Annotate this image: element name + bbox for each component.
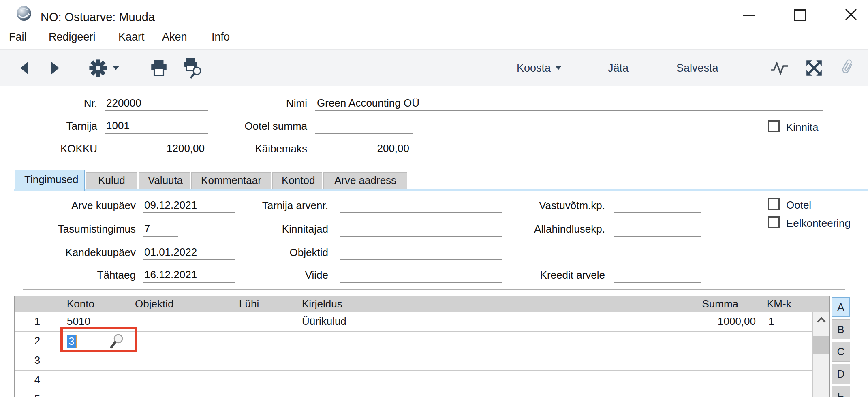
kreedit-arvele-field[interactable] [614, 267, 701, 283]
maximize-button[interactable] [794, 9, 806, 21]
tab-kommentaar[interactable]: Kommentaar [191, 172, 271, 189]
minimize-button[interactable] [743, 15, 755, 16]
title-bar: NO: Ostuarve: Muuda [0, 0, 868, 24]
kandekuupaev-field[interactable]: 01.01.2022 [143, 245, 235, 260]
previous-record-button[interactable] [19, 61, 29, 75]
grid-side-tab-e[interactable]: E [832, 386, 850, 397]
allahindlusekp-field[interactable] [614, 221, 701, 237]
table-row[interactable]: 4 [15, 371, 829, 390]
row-number: 5 [15, 390, 60, 397]
nr-field[interactable]: 220000 [105, 96, 208, 111]
section-separator [23, 289, 845, 290]
koosta-dropdown-button[interactable]: Koosta [517, 62, 562, 75]
kinnita-checkbox[interactable] [768, 120, 780, 132]
menu-info[interactable]: Info [212, 31, 230, 43]
window-title: NO: Ostuarve: Muuda [41, 11, 155, 24]
col-summa-header[interactable]: Summa [680, 296, 763, 312]
grid-header-row: Konto Objektid Lühi Kirjeldus Summa KM-k [15, 296, 829, 312]
menu-bar: Fail Redigeeri Kaart Aken Info [0, 24, 868, 49]
ootel-summa-field[interactable] [315, 118, 413, 134]
col-kirjeldus-header[interactable]: Kirjeldus [296, 296, 680, 312]
scroll-up-icon[interactable] [817, 316, 826, 325]
activity-pulse-button[interactable] [770, 61, 789, 75]
print-button[interactable] [149, 58, 169, 78]
kandekuupaev-label: Kandekuupäev [14, 246, 136, 259]
nimi-field[interactable]: Green Accounting OÜ [315, 96, 823, 111]
grid-side-tab-a[interactable]: A [832, 297, 850, 317]
nr-label: Nr. [24, 97, 97, 110]
table-row[interactable]: 3 [15, 351, 829, 371]
arve-kuupaev-label: Arve kuupäev [14, 199, 136, 212]
arve-kuupaev-field[interactable]: 09.12.2021 [143, 198, 235, 213]
row-number: 1 [15, 312, 60, 331]
eelkonteering-checkbox[interactable] [768, 216, 780, 228]
editing-cell-focus-box [60, 327, 137, 352]
kaibemaks-label: Käibemaks [211, 143, 307, 155]
scrollbar-thumb[interactable] [813, 336, 830, 354]
tab-kontod[interactable]: Kontod [272, 172, 322, 189]
menu-aken[interactable]: Aken [162, 31, 187, 43]
kokku-field[interactable]: 1200,00 [105, 141, 208, 156]
vastuvotm-kp-field[interactable] [614, 198, 701, 213]
kinnitajad-label: Kinnitajad [228, 223, 328, 235]
next-record-button[interactable] [50, 61, 61, 75]
tarnija-field[interactable]: 1001 [105, 118, 208, 134]
tahtaeg-field[interactable]: 16.12.2021 [143, 267, 235, 283]
col-objektid-header[interactable]: Objektid [130, 296, 231, 312]
gear-dropdown-caret-icon [112, 65, 120, 71]
menu-redigeeri[interactable]: Redigeeri [49, 31, 96, 43]
ootel-label: Ootel [786, 199, 811, 211]
tahtaeg-label: Tähtaeg [14, 269, 136, 282]
koosta-label: Koosta [517, 62, 551, 75]
tab-strip-baseline [14, 189, 868, 191]
settings-gear-button[interactable] [88, 58, 120, 78]
close-button[interactable] [844, 8, 858, 21]
grid-side-tab-d[interactable]: D [832, 364, 850, 384]
row-number: 3 [15, 351, 60, 370]
koosta-caret-icon [555, 66, 562, 71]
vastuvotm-kp-label: Vastuvõtm.kp. [505, 199, 605, 212]
grid-side-tab-c[interactable]: C [832, 342, 850, 362]
app-logo-icon [15, 5, 32, 22]
nimi-label: Nimi [227, 97, 307, 110]
tarnija-arvenr-label: Tarnija arvenr. [228, 199, 328, 212]
kinnita-label: Kinnita [786, 121, 819, 134]
tab-kulud[interactable]: Kulud [86, 172, 137, 189]
rownum-header [15, 296, 60, 312]
row-number: 4 [15, 371, 60, 390]
tab-tingimused[interactable]: Tingimused [15, 170, 85, 191]
jata-button[interactable]: Jäta [608, 62, 629, 75]
tasumistingimus-field[interactable]: 7 [143, 221, 178, 237]
grid-vertical-scrollbar[interactable] [813, 312, 830, 397]
print-preview-button[interactable] [182, 58, 203, 79]
tasumistingimus-label: Tasumistingimus [14, 223, 136, 235]
tab-valuuta[interactable]: Valuuta [139, 172, 190, 189]
ootel-summa-label: Ootel summa [211, 120, 307, 132]
expand-window-button[interactable] [805, 59, 823, 77]
col-konto-header[interactable]: Konto [60, 296, 130, 312]
attachments-paperclip-button[interactable] [840, 58, 853, 78]
ootel-checkbox[interactable] [768, 198, 780, 210]
kinnitajad-field[interactable] [340, 221, 502, 237]
app-window: NO: Ostuarve: Muuda Fail Redigeeri Kaart… [0, 0, 868, 397]
allahindlusekp-label: Allahindlusekp. [505, 223, 605, 235]
col-kmk-header[interactable]: KM-k [763, 296, 813, 312]
tab-arve-aadress[interactable]: Arve aadress [323, 172, 407, 189]
col-luhi-header[interactable]: Lühi [231, 296, 296, 312]
kreedit-arvele-label: Kreedit arvele [505, 269, 605, 282]
kokku-label: KOKKU [24, 143, 97, 155]
viide-field[interactable] [340, 267, 502, 283]
table-row[interactable]: 5 [15, 390, 829, 397]
objektid-label: Objektid [228, 246, 328, 259]
objektid-field[interactable] [340, 245, 502, 260]
menu-fail[interactable]: Fail [9, 31, 27, 43]
tarnija-arvenr-field[interactable] [340, 198, 502, 213]
grid-side-tab-b[interactable]: B [832, 319, 850, 339]
viide-label: Viide [228, 269, 328, 282]
toolbar: Koosta Jäta Salvesta [0, 49, 868, 86]
eelkonteering-label: Eelkonteering [786, 217, 851, 230]
kaibemaks-field[interactable]: 200,00 [315, 141, 413, 156]
row-number: 2 [15, 332, 60, 351]
menu-kaart[interactable]: Kaart [118, 31, 145, 43]
salvesta-button[interactable]: Salvesta [676, 62, 718, 75]
